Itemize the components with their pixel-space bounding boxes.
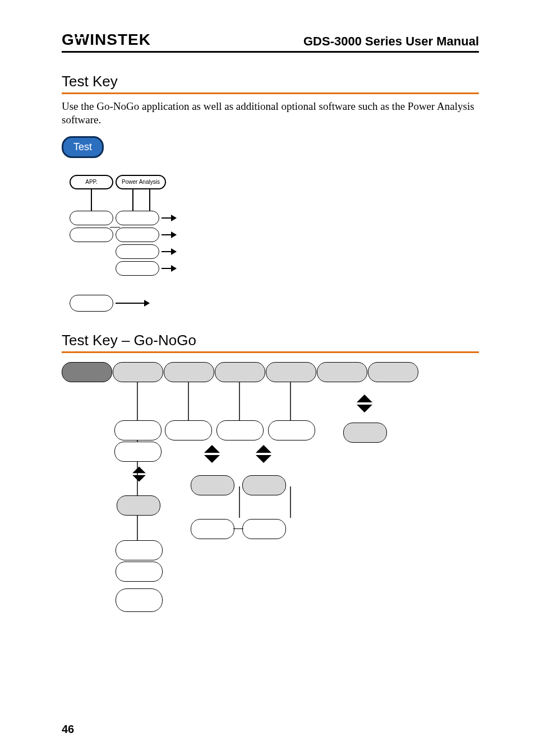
section-heading-go-nogo: Test Key – Go-NoGo bbox=[62, 332, 479, 353]
tab-power-analysis[interactable]: Power Analysis bbox=[116, 175, 166, 189]
pill-blank[interactable] bbox=[191, 475, 234, 495]
pill-blank[interactable] bbox=[216, 420, 264, 440]
variable-knob-icon bbox=[201, 445, 223, 463]
page-number: 46 bbox=[62, 723, 74, 736]
manual-title: GDS-3000 Series User Manual bbox=[303, 34, 479, 49]
page-header: GWINSTEK GDS-3000 Series User Manual bbox=[62, 31, 479, 53]
pill-blank[interactable] bbox=[116, 540, 163, 560]
pill-blank bbox=[70, 211, 113, 225]
pill-blank bbox=[116, 228, 159, 242]
softkey-2[interactable] bbox=[113, 362, 163, 382]
variable-knob-icon bbox=[252, 445, 275, 463]
softkey-3[interactable] bbox=[164, 362, 214, 382]
variable-knob-icon bbox=[353, 395, 376, 412]
brand-logo: GWINSTEK bbox=[62, 31, 151, 49]
pill-blank[interactable] bbox=[242, 475, 286, 495]
softkey-5[interactable] bbox=[266, 362, 316, 382]
arrow-right-icon bbox=[162, 234, 176, 235]
pill-blank bbox=[116, 244, 159, 259]
arrow-right-icon bbox=[116, 303, 149, 304]
test-button[interactable]: Test bbox=[62, 136, 104, 158]
pill-blank bbox=[70, 295, 113, 312]
softkey-6[interactable] bbox=[317, 362, 367, 382]
pill-blank bbox=[70, 228, 113, 242]
pill-blank[interactable] bbox=[116, 562, 163, 582]
tab-app[interactable]: APP. bbox=[70, 175, 113, 189]
section-heading-test-key: Test Key bbox=[62, 73, 479, 94]
diagram-test-key-tree: APP. Power Analysis bbox=[70, 175, 479, 332]
pill-blank[interactable] bbox=[114, 420, 162, 440]
pill-blank bbox=[116, 261, 159, 276]
pill-blank[interactable] bbox=[343, 423, 387, 443]
pill-blank bbox=[116, 211, 159, 225]
pill-blank[interactable] bbox=[114, 442, 162, 462]
pill-blank[interactable] bbox=[165, 420, 212, 440]
brand-logo-text: GWINSTEK bbox=[62, 31, 151, 48]
variable-knob-icon bbox=[130, 466, 149, 481]
softkey-1[interactable] bbox=[62, 362, 112, 382]
pill-blank[interactable] bbox=[116, 588, 163, 612]
pill-blank[interactable] bbox=[242, 519, 286, 539]
arrow-right-icon bbox=[162, 268, 176, 269]
arrow-right-icon bbox=[162, 217, 176, 219]
pill-blank[interactable] bbox=[191, 519, 234, 539]
arrow-right-icon bbox=[162, 251, 176, 252]
pill-blank[interactable] bbox=[268, 420, 315, 440]
diagram-go-nogo-tree bbox=[62, 361, 479, 619]
section-body: Use the Go-NoGo application as well as a… bbox=[62, 100, 479, 127]
softkey-7[interactable] bbox=[368, 362, 418, 382]
softkey-4[interactable] bbox=[215, 362, 265, 382]
pill-blank[interactable] bbox=[117, 495, 160, 516]
